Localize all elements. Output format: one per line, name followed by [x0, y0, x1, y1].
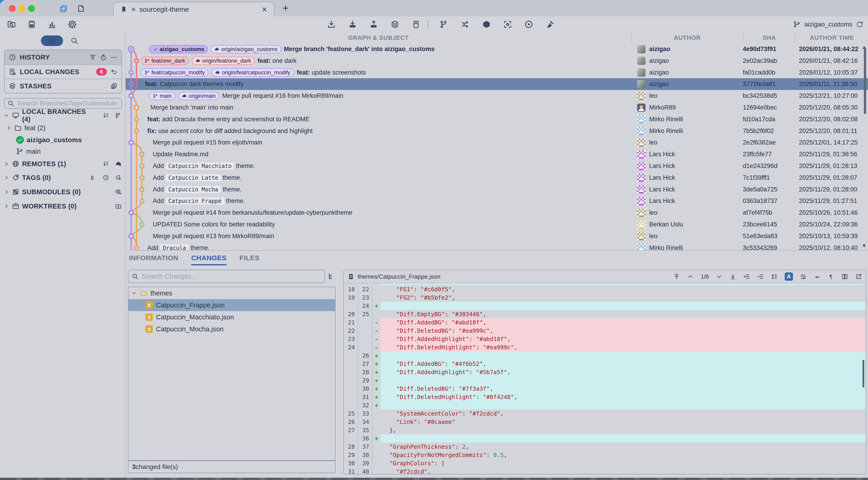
sidebar-item-remotes-1-[interactable]: REMOTES (1): [0, 158, 126, 170]
sort-time-icon[interactable]: [103, 174, 109, 181]
folder-row-themes[interactable]: themes: [128, 287, 335, 299]
clear-stashes-icon[interactable]: [111, 83, 117, 90]
first-diff-icon[interactable]: [673, 273, 680, 280]
next-diff-icon[interactable]: [716, 273, 722, 280]
custom-action-icon[interactable]: [524, 20, 533, 29]
commit-row[interactable]: Merge pull request #14 from berkanuslu/f…: [126, 207, 868, 219]
changed-file-row[interactable]: ±Catpuccin_Mocha.json: [128, 323, 335, 335]
open-repository-icon[interactable]: [7, 20, 16, 29]
sidebar-search-icon[interactable]: [70, 37, 78, 45]
pull-icon[interactable]: [348, 20, 357, 29]
branch-badge[interactable]: feat/catpuccin_modify: [141, 68, 209, 76]
tree-mode-icon[interactable]: [90, 174, 97, 181]
pilcrow-icon[interactable]: ¶: [828, 273, 834, 280]
commit-row[interactable]: Merge branch 'main' into mainMirkoR89126…: [126, 102, 868, 114]
dec-context-icon[interactable]: [757, 273, 764, 280]
add-worktree-icon[interactable]: [115, 203, 122, 210]
commit-row[interactable]: Add Catpuccin Frappé theme.Lars Hick0363…: [126, 195, 868, 207]
sidebar-item-local-branches-4-[interactable]: LOCAL BRANCHES (4): [0, 109, 126, 122]
tab-information[interactable]: INFORMATION: [129, 254, 178, 265]
chevron-down-icon[interactable]: [132, 291, 137, 296]
commit-scrollbar-thumb[interactable]: [864, 47, 866, 114]
chevron-down-icon[interactable]: [4, 113, 9, 118]
traffic-minimize-button[interactable]: [19, 5, 25, 12]
sort-icon[interactable]: [103, 112, 109, 119]
sidebar-section-local-changes[interactable]: LOCAL CHANGES6: [5, 64, 122, 79]
new-tab-button[interactable]: +: [283, 2, 288, 14]
chevron-right-icon[interactable]: [6, 125, 11, 131]
archive-icon[interactable]: [482, 20, 491, 29]
traffic-close-button[interactable]: [9, 5, 16, 12]
commit-row[interactable]: feat/one_darkorigin/feat/one_darkfeat: o…: [126, 55, 868, 67]
apply-patch-icon[interactable]: [411, 20, 421, 29]
discard-icon[interactable]: [111, 68, 117, 75]
diff-scrollbar-thumb[interactable]: [863, 360, 864, 387]
tree-view-toggle-icon[interactable]: [328, 273, 336, 280]
chevron-right-icon[interactable]: [4, 175, 9, 181]
settings-icon[interactable]: [68, 20, 77, 29]
sidebar-item-main[interactable]: main: [0, 146, 126, 157]
commit-row[interactable]: Update Readme.mdLars Hick23ffc5fe772025/…: [126, 149, 868, 160]
word-wrap-icon[interactable]: [800, 273, 807, 280]
new-page-icon[interactable]: [76, 4, 85, 13]
commit-row[interactable]: feat/catpuccin_modifyorigin/feat/catpucc…: [126, 67, 868, 78]
sort-icon[interactable]: [103, 161, 109, 167]
commit-row[interactable]: Add Dracula theme.Mirko Rinelli3c5334326…: [126, 242, 868, 251]
stash-icon[interactable]: [390, 20, 400, 29]
search-commits-icon[interactable]: [503, 20, 512, 29]
chevron-right-icon[interactable]: [4, 161, 9, 167]
create-branch-icon[interactable]: [439, 20, 449, 29]
remote-branch-badge[interactable]: origin/aizigao_customs: [211, 45, 281, 53]
commit-row[interactable]: UPDATED Some colors for better readabili…: [126, 219, 868, 230]
tab-files[interactable]: FILES: [239, 254, 259, 265]
branch-badge[interactable]: feat/one_dark: [141, 57, 189, 65]
cleanup-icon[interactable]: [546, 20, 555, 29]
commit-row[interactable]: Add Catpuccin Macchiato theme.Lars Hickd…: [126, 160, 868, 172]
changed-file-row[interactable]: ±Catpuccin_Frappe.json: [128, 299, 335, 311]
remote-branch-badge[interactable]: origin/feat/catpuccin_modify: [211, 68, 294, 76]
commit-row[interactable]: feat: add Dracula theme entry and screen…: [126, 114, 868, 125]
push-icon[interactable]: [369, 20, 378, 29]
close-tab-icon[interactable]: ✕: [261, 5, 268, 13]
current-branch-label[interactable]: aizigao_customs: [804, 21, 852, 28]
commit-row[interactable]: Merge pull request #13 from MirkoR89/mai…: [126, 230, 868, 242]
refresh-icon[interactable]: [856, 21, 863, 28]
traffic-zoom-button[interactable]: [28, 5, 35, 12]
workspaces-icon[interactable]: [59, 4, 68, 13]
fetch-icon[interactable]: [327, 20, 336, 29]
branch-badge[interactable]: main: [149, 92, 175, 100]
commit-row[interactable]: fix: use accent color for diff added bac…: [126, 125, 868, 137]
add-remote-icon[interactable]: [115, 161, 122, 167]
commit-row[interactable]: Add Catpuccin Mocha theme.Lars Hick3de5a…: [126, 184, 868, 195]
changed-file-row[interactable]: ±Catpuccin_Macchiato.json: [128, 311, 335, 323]
commit-row[interactable]: Add Catpuccin Latte theme.Lars Hick7c1f3…: [126, 172, 868, 184]
prev-diff-icon[interactable]: [687, 273, 694, 280]
tab-changes[interactable]: CHANGES: [191, 254, 227, 265]
open-external-icon[interactable]: [855, 273, 862, 280]
new-tag-icon[interactable]: [115, 174, 122, 181]
changes-search-input[interactable]: [141, 273, 321, 281]
remote-branch-badge[interactable]: origin/main: [178, 92, 219, 100]
sidebar-item-worktrees-0-[interactable]: WORKTREES (0): [0, 200, 126, 212]
chevron-right-icon[interactable]: [4, 203, 9, 209]
branch-badge[interactable]: aizigao_customs: [149, 45, 208, 53]
whitespace-icon[interactable]: [814, 273, 820, 280]
sidebar-item-submodules-0-[interactable]: SUBMODULES (0): [0, 186, 126, 198]
sidebar-section-stashes[interactable]: STASHES: [5, 79, 122, 93]
scroll-down-arrow[interactable]: ▼: [862, 243, 867, 248]
commit-row[interactable]: aizigao_customsorigin/aizigao_customsMer…: [126, 43, 868, 55]
filter-icon[interactable]: [89, 54, 96, 61]
sidebar-item-aizigao-customs[interactable]: aizigao_customs: [0, 134, 126, 146]
commit-row[interactable]: Merge pull request #15 from eljoth/mainl…: [126, 137, 868, 149]
inc-context-icon[interactable]: [743, 273, 750, 280]
statistics-icon[interactable]: [48, 20, 57, 29]
branch-search-input[interactable]: [17, 99, 119, 107]
logs-icon[interactable]: [27, 20, 36, 29]
add-submodule-icon[interactable]: [115, 189, 122, 195]
new-branch-icon[interactable]: [115, 112, 122, 119]
remote-branch-badge[interactable]: origin/feat/one_dark: [192, 57, 255, 65]
last-diff-icon[interactable]: [730, 273, 736, 280]
sidebar-item-tags-0-[interactable]: TAGS (0): [0, 172, 126, 184]
chevron-right-icon[interactable]: [4, 189, 9, 195]
compare-icon[interactable]: [461, 20, 470, 29]
